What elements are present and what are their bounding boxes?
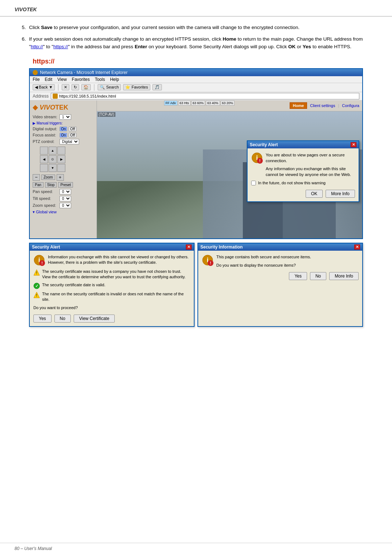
address-bar: Address https://192.168.5.151/index.html bbox=[30, 92, 362, 100]
cam-clientsettings-link[interactable]: Client settings bbox=[310, 103, 335, 108]
menu-tools[interactable]: Tools bbox=[95, 77, 105, 82]
ptz-right[interactable]: ▶ bbox=[57, 155, 65, 163]
sq-btn-ffadv[interactable]: FF Adv bbox=[164, 100, 177, 106]
cam-row-manual: ▶ Manual triggers: bbox=[33, 121, 94, 125]
page-header: VIVOTEK bbox=[0, 0, 392, 17]
sec-alert-left-no-btn[interactable]: No bbox=[54, 315, 71, 323]
ptz-upleft[interactable] bbox=[40, 147, 48, 155]
cam-globalview-link[interactable]: ▾ Global view bbox=[33, 210, 57, 214]
bottom-dialogs: Security Alert ✕ i ! Information you exc… bbox=[29, 243, 363, 327]
sec-alert-left-viewcert-btn[interactable]: View Certificate bbox=[74, 315, 115, 323]
ptz-downright[interactable] bbox=[57, 164, 65, 172]
cam-manual-trigger[interactable]: ▶ Manual triggers: bbox=[33, 121, 62, 125]
menu-file[interactable]: File bbox=[33, 77, 40, 82]
sec-alert-left-yes-btn[interactable]: Yes bbox=[33, 315, 52, 323]
cam-zoomspeed-label: Zoom speed: bbox=[33, 203, 58, 208]
security-alert-top-line2: Any information you exchange with this s… bbox=[266, 166, 355, 177]
search-button[interactable]: 🔍 Search bbox=[98, 84, 121, 90]
favorites-button[interactable]: ⭐ Favorites bbox=[123, 84, 150, 90]
sec-alert-left-titlebar: Security Alert ✕ bbox=[30, 243, 194, 251]
cam-zoomspeed-select[interactable]: 0 bbox=[60, 203, 71, 208]
zoom-plus-btn[interactable]: + bbox=[57, 174, 64, 181]
security-alert-top-icon-row: i ! You are about to view pages over a s… bbox=[251, 152, 355, 177]
sec-alert-left-item2-text: The security certificate date is valid. bbox=[42, 282, 105, 288]
cam-video-inner: (TCP-AV) Security Alert ✕ bbox=[97, 111, 362, 238]
security-alert-top-moreinfo-btn[interactable]: More Info bbox=[326, 190, 355, 198]
address-label: Address bbox=[33, 94, 49, 99]
cam-digital-label: Digital output: bbox=[33, 127, 58, 131]
cam-digital-on[interactable]: On bbox=[60, 127, 67, 131]
cam-tiltspeed-select[interactable]: 0 bbox=[60, 196, 71, 201]
security-alert-top-title: Security Alert bbox=[250, 142, 278, 147]
brand-title: VIVOTEK bbox=[15, 7, 37, 12]
sec-info-right-moreinfo-btn[interactable]: More Info bbox=[329, 272, 359, 280]
media-button[interactable]: 🎵 bbox=[152, 84, 162, 90]
sec-info-right-close[interactable]: ✕ bbox=[354, 245, 360, 250]
sec-alert-left-item-2: ✓ The security certificate date is valid… bbox=[33, 282, 190, 289]
zoom-minus-btn[interactable]: − bbox=[33, 174, 40, 181]
security-alert-top-close[interactable]: ✕ bbox=[351, 142, 356, 147]
security-info-bottom-right: Security Information ✕ i ! This page con… bbox=[197, 243, 363, 327]
sec-alert-left-intro: Information you exchange with this site … bbox=[48, 254, 190, 266]
cam-digital-off[interactable]: Off bbox=[69, 127, 76, 131]
stop-button[interactable]: ✕ bbox=[62, 84, 69, 90]
sec-info-right-icon: i ! bbox=[202, 254, 213, 266]
sec-info-right-no-btn[interactable]: No bbox=[310, 272, 326, 280]
preset-btn[interactable]: Preset bbox=[58, 182, 73, 188]
cam-videostream-label: Video stream: bbox=[33, 115, 58, 119]
sec-info-right-yes-btn[interactable]: Yes bbox=[289, 272, 307, 280]
ptz-left[interactable]: ◀ bbox=[40, 155, 48, 163]
sq-btn-63hts[interactable]: 63 Hts bbox=[178, 100, 191, 106]
home-button[interactable]: 🏠 bbox=[81, 84, 91, 90]
ptz-home[interactable]: ⊙ bbox=[49, 155, 57, 163]
address-favicon bbox=[53, 94, 58, 99]
enter-bold: Enter bbox=[135, 44, 147, 49]
cam-configura-link[interactable]: Configura bbox=[342, 103, 359, 108]
cam-focus-on[interactable]: On bbox=[60, 133, 67, 138]
pan-btn[interactable]: Pan bbox=[33, 182, 44, 188]
warn-icon-2: ! bbox=[33, 292, 40, 298]
menu-edit[interactable]: Edit bbox=[45, 77, 52, 82]
sec-alert-left-icon: i ! bbox=[33, 254, 45, 266]
security-alert-top-checkbox[interactable] bbox=[251, 181, 256, 185]
sec-info-right-icon-row: i ! This page contains both secure and n… bbox=[202, 254, 359, 268]
ptz-down[interactable]: ▼ bbox=[49, 164, 57, 172]
cam-video-area: (TCP-AV) Security Alert ✕ bbox=[97, 111, 362, 238]
security-alert-top-checkbox-row: In the future, do not show this warning bbox=[251, 180, 355, 186]
menu-favorites[interactable]: Favorites bbox=[72, 77, 90, 82]
cam-ptz-label: PTZ control: bbox=[33, 139, 58, 144]
main-content: 5. Click Save to preserve your configura… bbox=[0, 24, 392, 327]
zoom-label-btn[interactable]: Zoom bbox=[41, 175, 55, 180]
cam-focus-off[interactable]: Off bbox=[69, 133, 76, 138]
address-field[interactable]: https://192.168.5.151/index.html bbox=[51, 93, 359, 99]
save-bold: Save bbox=[41, 25, 53, 30]
security-alert-top-ok-btn[interactable]: OK bbox=[306, 190, 323, 198]
sec-alert-left-item3-text: The name on the security certificate is … bbox=[42, 291, 190, 303]
sq-btn-6320[interactable]: 63 20% bbox=[221, 100, 235, 106]
cam-home-btn[interactable]: Home bbox=[290, 102, 307, 109]
cam-logo: ◆ VIVOTEK bbox=[33, 103, 94, 111]
step-num-5: 5. bbox=[22, 25, 26, 30]
ptz-downleft[interactable] bbox=[40, 164, 48, 172]
ptz-up[interactable]: ▲ bbox=[49, 147, 57, 155]
cam-panspeed-select[interactable]: 0 bbox=[60, 189, 71, 194]
back-button[interactable]: ◀ Back ▼ bbox=[33, 84, 55, 90]
ptz-upright[interactable] bbox=[57, 147, 65, 155]
refresh-button[interactable]: ↻ bbox=[72, 84, 79, 90]
step-item-6: 6. If your web session does not automati… bbox=[22, 36, 370, 50]
sq-btn-6360[interactable]: 63 60% bbox=[191, 100, 205, 106]
toolbar-sep-2 bbox=[94, 84, 94, 91]
sec-alert-left-close[interactable]: ✕ bbox=[186, 245, 192, 250]
footer-text: 80 – User's Manual bbox=[15, 546, 52, 551]
menu-help[interactable]: Help bbox=[110, 77, 119, 82]
http-link: http:// bbox=[31, 44, 43, 49]
security-alert-top-checkbox-label: In the future, do not show this warning bbox=[258, 180, 326, 186]
cam-row-focus: Focus assist: On Off bbox=[33, 133, 94, 138]
sq-btn-6340[interactable]: 63 40% bbox=[206, 100, 220, 106]
cam-videostream-select[interactable]: 1 bbox=[60, 114, 71, 120]
stop-btn[interactable]: Stop bbox=[45, 182, 57, 188]
menu-view[interactable]: View bbox=[57, 77, 67, 82]
cam-row-tiltspeed: Tilt speed: 0 bbox=[33, 196, 94, 201]
cam-ptz-select[interactable]: Digital bbox=[60, 139, 79, 144]
cam-focus-label: Focus assist: bbox=[33, 133, 58, 137]
